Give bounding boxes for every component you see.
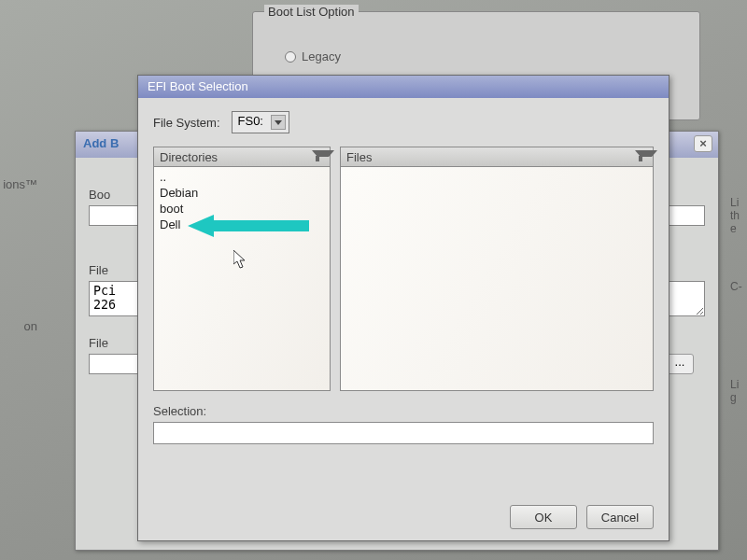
efi-titlebar: EFI Boot Selection — [138, 76, 669, 98]
right-crop-2: C- — [730, 280, 747, 293]
cancel-button[interactable]: Cancel — [586, 505, 654, 529]
directories-label: Directories — [160, 150, 218, 164]
list-item[interactable]: Dell — [158, 217, 326, 232]
radio-icon — [285, 51, 296, 63]
legacy-radio[interactable]: Legacy — [285, 49, 688, 63]
files-listbox[interactable] — [340, 167, 654, 391]
add-boot-title: Add B — [83, 136, 119, 150]
close-button[interactable]: × — [694, 135, 712, 152]
directories-header[interactable]: Directories — [153, 147, 331, 167]
files-header[interactable]: Files — [340, 147, 654, 167]
list-item[interactable]: Debian — [158, 185, 326, 201]
filter-icon[interactable] — [634, 150, 647, 163]
list-item[interactable]: .. — [158, 169, 326, 185]
left-cropped-text-1: ions™ — [0, 177, 37, 191]
efi-boot-selection-dialog: EFI Boot Selection File System: FS0: Dir… — [137, 75, 669, 541]
selection-label: Selection: — [153, 404, 654, 418]
chevron-down-icon — [271, 115, 286, 130]
ok-button[interactable]: OK — [510, 505, 577, 529]
file-system-value: FS0: — [238, 114, 263, 128]
browse-button[interactable]: ... — [666, 354, 694, 374]
file-system-label: File System: — [153, 116, 220, 130]
selection-input[interactable] — [153, 422, 654, 444]
left-cropped-text-2: on — [0, 319, 37, 333]
list-item[interactable]: boot — [158, 201, 326, 217]
filter-icon[interactable] — [311, 150, 324, 163]
directories-listbox[interactable]: .. Debian boot Dell — [153, 167, 331, 391]
right-crop-3: Li g — [730, 378, 747, 404]
legacy-radio-label: Legacy — [302, 49, 341, 63]
boot-list-option-title: Boot List Option — [264, 5, 359, 19]
efi-title: EFI Boot Selection — [148, 79, 248, 93]
files-label: Files — [346, 150, 372, 164]
right-crop-1: Li th e — [730, 196, 747, 235]
file-system-combo[interactable]: FS0: — [232, 111, 289, 133]
